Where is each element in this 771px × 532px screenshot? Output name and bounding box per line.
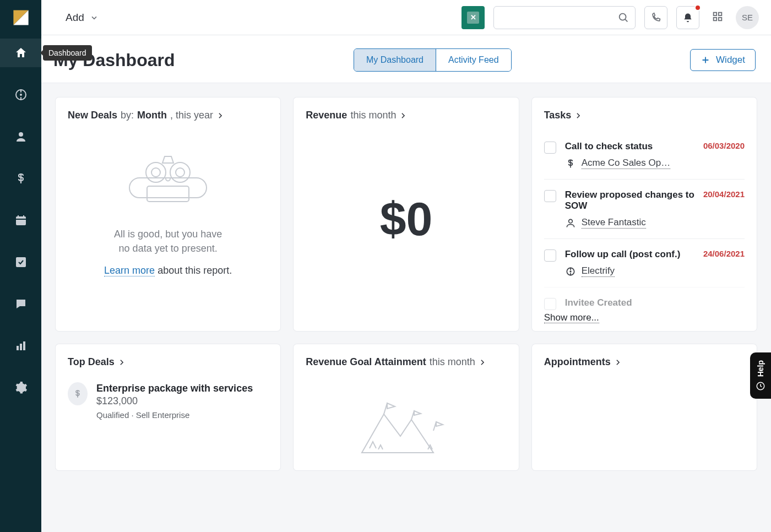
svg-point-17 (146, 162, 166, 182)
chevron-right-icon (574, 112, 582, 120)
nav-leads[interactable] (0, 80, 41, 109)
card-top-deals: Top Deals Enterprise package with servic… (56, 344, 280, 470)
nav-dashboard[interactable]: Dashboard (0, 39, 41, 67)
nav-deals[interactable] (0, 164, 41, 193)
svg-rect-13 (714, 17, 717, 20)
task-checkbox[interactable] (544, 298, 556, 310)
svg-point-20 (176, 168, 184, 177)
card-revenue-goal: Revenue Goal Attainment this month (294, 344, 518, 470)
dollar-icon (565, 158, 576, 169)
chevron-right-icon (479, 359, 486, 366)
chevron-right-icon (614, 359, 622, 366)
deal-row[interactable]: Enterprise package with services $123,00… (68, 378, 268, 420)
tab-my-dashboard[interactable]: My Dashboard (354, 49, 436, 71)
gear-icon (14, 381, 28, 394)
nav-settings[interactable] (0, 373, 41, 402)
task-row: Follow up call (post conf.)24/06/2021 El… (544, 238, 745, 287)
svg-point-3 (20, 94, 22, 96)
notifications-button[interactable] (676, 6, 699, 29)
target-icon (14, 88, 28, 101)
svg-point-10 (620, 13, 626, 20)
binoculars-illustration-icon (113, 148, 223, 214)
svg-rect-5 (16, 216, 26, 225)
card-tasks: Tasks Call to check status06/03/2020 Acm… (532, 97, 757, 331)
nav-calendar[interactable] (0, 206, 41, 235)
card-new-deals: New Deals by: Month, this year (56, 97, 280, 331)
check-square-icon (14, 256, 28, 269)
apps-button[interactable] (708, 10, 727, 25)
nav-reports[interactable] (0, 332, 41, 360)
bell-icon (682, 12, 693, 23)
search-input[interactable] (493, 6, 636, 29)
page-header: My Dashboard My Dashboard Activity Feed … (41, 35, 771, 83)
svg-point-18 (170, 162, 190, 182)
card-header-new-deals[interactable]: New Deals by: Month, this year (68, 110, 268, 121)
card-header-revenue-goal[interactable]: Revenue Goal Attainment this month (306, 356, 506, 368)
card-header-appointments[interactable]: Appointments (544, 356, 745, 368)
task-date: 20/04/2021 (703, 189, 745, 199)
task-checkbox[interactable] (544, 142, 556, 154)
chevron-right-icon (216, 112, 224, 120)
svg-rect-14 (719, 17, 722, 20)
add-widget-button[interactable]: Widget (690, 49, 756, 71)
task-related-link[interactable]: Steve Fantastic (582, 217, 646, 229)
empty-state: All is good, but you have no data yet to… (68, 131, 268, 283)
chevron-right-icon (399, 112, 407, 120)
dashboard-grid: New Deals by: Month, this year (41, 83, 771, 532)
task-related-link[interactable]: Acme Co Sales Op… (582, 158, 671, 169)
chevron-right-icon (118, 359, 126, 366)
task-row: Invitee Created (544, 287, 745, 312)
nav-contacts[interactable] (0, 122, 41, 151)
mountains-illustration-icon (306, 378, 506, 458)
card-revenue: Revenue this month $0 (294, 97, 518, 331)
add-button[interactable]: Add (66, 12, 99, 24)
svg-point-23 (569, 270, 571, 272)
svg-rect-6 (16, 257, 26, 267)
search-icon (617, 12, 629, 24)
revenue-value: $0 (306, 131, 506, 312)
nav-communication[interactable] (0, 290, 41, 318)
task-row: Call to check status06/03/2020 Acme Co S… (544, 131, 745, 179)
call-button[interactable] (644, 6, 667, 29)
help-icon (756, 381, 765, 391)
task-date: 24/06/2021 (703, 249, 745, 258)
svg-point-4 (19, 132, 23, 137)
help-label: Help (756, 360, 765, 377)
person-icon (14, 130, 28, 143)
nav-tooltip: Dashboard (43, 45, 92, 61)
learn-more-link[interactable]: Learn more (104, 265, 155, 276)
nav-tasks[interactable] (0, 248, 41, 276)
view-toggle: My Dashboard Activity Feed (354, 48, 512, 72)
add-label: Add (66, 12, 84, 24)
grid-icon (712, 10, 724, 23)
card-appointments: Appointments (532, 344, 757, 470)
tab-activity-feed[interactable]: Activity Feed (436, 49, 511, 71)
svg-point-19 (151, 168, 160, 177)
task-related-link[interactable]: Electrify (582, 265, 615, 277)
bars-icon (14, 339, 28, 352)
svg-rect-11 (714, 12, 717, 15)
dollar-icon (14, 172, 28, 185)
target-icon (565, 266, 576, 277)
svg-rect-7 (17, 346, 19, 350)
card-header-tasks[interactable]: Tasks (544, 110, 745, 121)
card-header-revenue[interactable]: Revenue this month (306, 110, 506, 121)
task-date: 06/03/2020 (703, 141, 745, 150)
card-header-top-deals[interactable]: Top Deals (68, 356, 268, 368)
person-icon (565, 218, 576, 229)
show-more-link[interactable]: Show more... (544, 312, 599, 323)
avatar[interactable]: SE (736, 6, 759, 29)
pinned-app[interactable]: ✕ (461, 6, 485, 29)
help-tab[interactable]: Help (750, 352, 771, 399)
plus-icon (701, 55, 710, 65)
topbar: Add ✕ SE (41, 0, 771, 35)
task-checkbox[interactable] (544, 190, 556, 202)
sidebar: Dashboard (0, 0, 41, 532)
svg-rect-9 (23, 341, 25, 350)
brand-logo[interactable] (0, 0, 41, 35)
deal-amount: $123,000 (96, 395, 138, 406)
svg-rect-8 (20, 344, 22, 350)
home-icon (14, 46, 28, 59)
task-checkbox[interactable] (544, 249, 556, 262)
task-row: Review proposed changes to SOW20/04/2021… (544, 179, 745, 238)
